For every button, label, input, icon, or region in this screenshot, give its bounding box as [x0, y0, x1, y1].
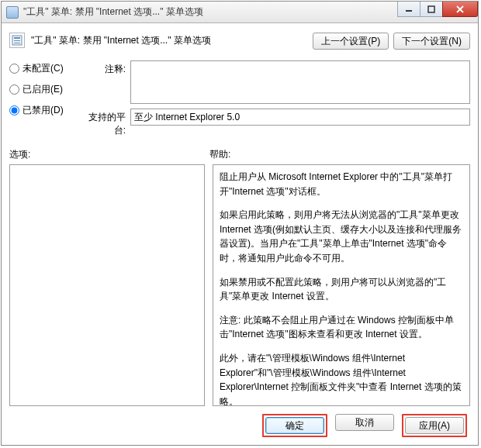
apply-button[interactable]: 应用(A) — [405, 417, 464, 434]
ok-button[interactable]: 确定 — [265, 417, 324, 434]
state-radio-group: 未配置(C) 已启用(E) 已禁用(D) — [9, 60, 70, 137]
close-button[interactable] — [442, 2, 478, 17]
policy-icon — [9, 33, 25, 48]
platform-value: 至少 Internet Explorer 5.0 — [130, 109, 470, 126]
svg-rect-5 — [14, 37, 20, 39]
minimize-icon — [405, 5, 413, 13]
options-panel[interactable] — [9, 164, 205, 406]
policy-window-icon — [6, 6, 19, 19]
radio-enabled-label: 已启用(E) — [22, 83, 63, 96]
ok-highlight: 确定 — [262, 414, 327, 437]
window-title: "工具" 菜单: 禁用 "Internet 选项..." 菜单选项 — [23, 5, 203, 19]
next-setting-button[interactable]: 下一个设置(N) — [393, 33, 470, 50]
radio-not-configured-input[interactable] — [9, 64, 19, 74]
comment-label: 注释: — [82, 60, 126, 76]
svg-rect-6 — [14, 40, 20, 41]
platform-label: 支持的平台: — [82, 109, 126, 137]
help-paragraph: 如果禁用或不配置此策略，则用户将可以从浏览器的"工具"菜单更改 Internet… — [220, 275, 463, 304]
previous-setting-button[interactable]: 上一个设置(P) — [313, 33, 389, 50]
window-frame: "工具" 菜单: 禁用 "Internet 选项..." 菜单选项 "工具" 菜… — [1, 1, 479, 446]
header-row: "工具" 菜单: 禁用 "Internet 选项..." 菜单选项 上一个设置(… — [9, 29, 470, 50]
radio-disabled-input[interactable] — [9, 105, 19, 115]
radio-not-configured-label: 未配置(C) — [22, 62, 64, 75]
maximize-button[interactable] — [420, 2, 443, 17]
options-label: 选项: — [9, 148, 209, 161]
help-paragraph: 注意: 此策略不会阻止用户通过在 Windows 控制面板中单击"Interne… — [220, 313, 463, 342]
section-labels: 选项: 帮助: — [9, 148, 470, 161]
radio-disabled-label: 已禁用(D) — [22, 104, 64, 117]
help-panel[interactable]: 阻止用户从 Microsoft Internet Explorer 中的"工具"… — [213, 164, 470, 406]
footer: 确定 取消 应用(A) — [9, 406, 470, 437]
panels: 阻止用户从 Microsoft Internet Explorer 中的"工具"… — [9, 164, 470, 406]
titlebar[interactable]: "工具" 菜单: 禁用 "Internet 选项..." 菜单选项 — [2, 2, 478, 23]
radio-enabled[interactable]: 已启用(E) — [9, 83, 70, 96]
minimize-button[interactable] — [397, 2, 420, 17]
radio-disabled[interactable]: 已禁用(D) — [9, 104, 70, 117]
apply-highlight: 应用(A) — [402, 414, 467, 437]
svg-rect-1 — [428, 6, 434, 12]
help-paragraph: 阻止用户从 Microsoft Internet Explorer 中的"工具"… — [220, 170, 463, 198]
svg-rect-7 — [14, 43, 20, 43]
radio-not-configured[interactable]: 未配置(C) — [9, 62, 70, 75]
policy-title: "工具" 菜单: 禁用 "Internet 选项..." 菜单选项 — [31, 34, 211, 47]
comment-input[interactable] — [130, 60, 470, 104]
config-row: 未配置(C) 已启用(E) 已禁用(D) 注释: 支持的平台: — [9, 60, 470, 137]
maximize-icon — [427, 5, 435, 13]
help-label: 帮助: — [209, 148, 470, 161]
cancel-button[interactable]: 取消 — [335, 414, 394, 431]
close-icon — [455, 5, 465, 13]
client-area: "工具" 菜单: 禁用 "Internet 选项..." 菜单选项 上一个设置(… — [2, 23, 478, 445]
window-controls — [398, 2, 478, 17]
help-paragraph: 如果启用此策略，则用户将无法从浏览器的"工具"菜单更改 Internet 选项(… — [220, 208, 463, 265]
help-paragraph: 此外，请在"\管理模板\Windows 组件\Internet Explorer… — [220, 351, 463, 406]
radio-enabled-input[interactable] — [9, 84, 19, 95]
